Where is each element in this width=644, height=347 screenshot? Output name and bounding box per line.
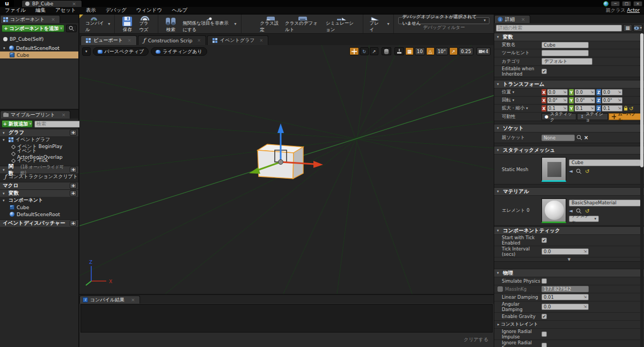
close-icon[interactable]: × [128, 38, 131, 43]
menu-debug[interactable]: デバッグ [101, 7, 131, 14]
add-macro-button[interactable]: + [70, 183, 77, 189]
list-item-variable-cube[interactable]: Cube [0, 204, 78, 211]
expander-icon[interactable]: ▾ [497, 189, 501, 194]
ignore-radial-force-checkbox[interactable] [541, 343, 547, 347]
linear-damping-field[interactable]: 0.01⇲ [541, 294, 589, 300]
scale-mode-button[interactable]: ↗ [370, 47, 378, 55]
material-dropdown[interactable]: BasicShapeMaterial ▾ [569, 200, 641, 206]
rotation-snap-value-button[interactable]: 10° [436, 47, 448, 55]
close-tab-icon[interactable]: × [72, 1, 76, 6]
clear-socket-icon[interactable]: × [584, 135, 588, 141]
display-filter-button[interactable]: ▾ [633, 24, 642, 32]
expander-icon[interactable]: ▾ [3, 198, 6, 203]
browse-button[interactable]: ブラウズ [136, 14, 155, 33]
list-item-construction-script[interactable]: ƒ コンストラクションスクリプト [0, 173, 78, 180]
category-dropdown[interactable]: デフォルト ▾ [541, 58, 592, 65]
static-mesh-thumbnail[interactable] [541, 157, 566, 182]
static-mesh-dropdown[interactable]: Cube ▾ [569, 159, 641, 166]
hide-unrelated-chevron-icon[interactable]: ▾ [233, 21, 238, 26]
parent-socket-field[interactable]: None [541, 135, 575, 141]
scrollbar-thumb[interactable] [640, 33, 643, 167]
rotation-z-field[interactable]: 0.0°⇲ [602, 97, 623, 104]
reset-to-default-icon[interactable]: ↺ [585, 168, 589, 174]
surface-snap-button[interactable] [394, 47, 404, 55]
expander-icon[interactable]: ▾ [497, 271, 501, 275]
tree-item-bp-cube-self[interactable]: BP_Cube(Self) [0, 35, 78, 42]
use-selected-asset-icon[interactable]: ◄ [569, 168, 573, 174]
rotation-x-field[interactable]: 0.0°⇲ [547, 97, 568, 104]
rotation-y-field[interactable]: 0.0°⇲ [575, 97, 595, 104]
section-functions[interactable]: ▾ 関数 (18 オーバーライド可能) + [0, 166, 78, 173]
parent-class-link[interactable]: Actor [627, 8, 640, 13]
section-static-mesh[interactable]: ▾ スタティックメッシュ [494, 146, 644, 154]
drag-handle-icon[interactable]: ⇲ [618, 106, 621, 110]
start-with-tick-checkbox[interactable]: ✔ [541, 238, 547, 243]
mobility-movable-button[interactable]: ムーバブル [609, 113, 641, 120]
expander-icon[interactable]: ▾ [3, 138, 6, 142]
add-new-button[interactable]: + 新規追加 ▾ [2, 120, 33, 128]
material-thumbnail[interactable] [541, 198, 566, 223]
hide-unrelated-button[interactable]: 無関係な項目を非表示にする [180, 14, 233, 33]
expander-icon[interactable]: ▾ [497, 228, 501, 233]
scale-snap-toggle[interactable]: ↗ [449, 47, 458, 55]
section-material[interactable]: ▾ マテリアル [494, 188, 644, 195]
drag-handle-icon[interactable]: ⇲ [563, 98, 566, 102]
tab-viewport[interactable]: ビューポート × [80, 35, 137, 45]
drag-handle-icon[interactable]: ⇲ [618, 98, 621, 102]
add-component-button[interactable]: + コンポーネントを追加 ▾ [2, 25, 64, 32]
save-button[interactable]: 保存 [118, 14, 136, 33]
class-defaults-button[interactable]: クラスのデフォルト [282, 14, 323, 33]
menu-edit[interactable]: 編集 [31, 7, 50, 14]
simulate-physics-checkbox[interactable] [541, 278, 547, 284]
close-icon[interactable]: × [521, 17, 525, 22]
viewport-3d[interactable]: X Z ▾ パースペクティブ ライティングあり [79, 45, 494, 294]
expander-icon[interactable]: ▾ [3, 46, 7, 50]
translate-mode-button[interactable] [349, 47, 359, 55]
expander-icon[interactable]: ▾ [3, 168, 6, 172]
class-settings-button[interactable]: クラス設定 [258, 14, 282, 33]
mass-override-checkbox[interactable] [497, 286, 503, 292]
rotate-mode-button[interactable]: ↻ [360, 47, 369, 55]
expander-icon[interactable]: ▾ [497, 148, 501, 152]
tab-event-graph[interactable]: イベントグラフ × [207, 35, 268, 45]
list-item-variable-defaultsceneroot[interactable]: DefaultSceneRoot [0, 211, 78, 218]
minimize-button[interactable]: ─ [611, 1, 620, 6]
property-matrix-button[interactable]: ▦ [623, 24, 632, 32]
close-icon[interactable]: × [197, 38, 201, 43]
drag-handle-icon[interactable]: ⇲ [590, 106, 594, 110]
section-graphs[interactable]: ▾ グラフ + [0, 129, 78, 136]
menu-window[interactable]: ウィンドウ [131, 7, 167, 14]
drag-handle-icon[interactable]: ⇲ [583, 295, 587, 299]
drag-handle-icon[interactable]: ⇲ [590, 90, 594, 94]
window-document-tab[interactable]: BP_Cube × [21, 0, 82, 7]
expander-icon[interactable]: ▾ [497, 126, 501, 130]
location-z-field[interactable]: 0.0⇲ [602, 89, 623, 95]
constraints-subsection[interactable]: ▸ コンストレイント [494, 321, 541, 328]
viewport-options-button[interactable]: ▾ [82, 47, 91, 56]
browse-to-asset-icon[interactable] [576, 168, 582, 174]
drag-handle-icon[interactable]: ⇲ [563, 90, 566, 94]
expander-collapsed-icon[interactable]: ▸ [497, 322, 500, 327]
camera-speed-button[interactable]: 4 [477, 47, 491, 55]
drag-handle-icon[interactable]: ⇲ [583, 305, 587, 309]
expander-icon[interactable]: ▾ [3, 191, 6, 196]
section-variables[interactable]: ▾ 変数 + [0, 189, 78, 197]
add-dispatcher-button[interactable]: + [70, 220, 77, 226]
editable-when-inherited-checkbox[interactable]: ✔ [541, 69, 547, 74]
location-x-field[interactable]: 0.0⇲ [547, 89, 568, 95]
texture-dropdown-button[interactable]: テクスチャ ▾ [569, 216, 599, 222]
add-variable-button[interactable]: + [70, 190, 77, 196]
variable-name-field[interactable]: Cube [541, 42, 589, 48]
enable-gravity-checkbox[interactable]: ✔ [541, 314, 547, 319]
coordinate-space-button[interactable] [382, 47, 391, 55]
search-icon[interactable] [576, 135, 582, 141]
tab-components[interactable]: コンポーネント × [0, 15, 60, 23]
tab-compile-results[interactable]: i コンパイル結果 × [79, 296, 140, 304]
debug-object-dropdown[interactable]: デバッグオブジェクトが選択されていません ▾ [398, 17, 489, 24]
perspective-button[interactable]: パースペクティブ [93, 47, 149, 56]
tab-my-blueprint[interactable]: マイブループリント × [0, 110, 70, 119]
expander-icon[interactable]: ▾ [497, 35, 501, 39]
scale-snap-value-button[interactable]: 0.25 [459, 47, 473, 55]
simulation-button[interactable]: シミュレーション [323, 14, 360, 33]
location-y-field[interactable]: 0.0⇲ [575, 89, 595, 95]
